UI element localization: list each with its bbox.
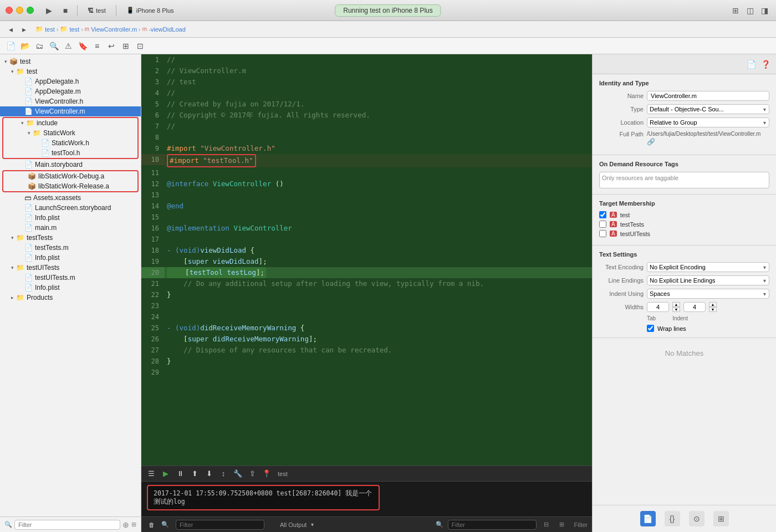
console-step-btn[interactable]: ⬆: [189, 468, 200, 479]
sidebar-item-viewcontroller-m[interactable]: 📄 ViewController.m: [0, 106, 141, 116]
tab-width-input[interactable]: [647, 302, 669, 312]
console-stepout-btn[interactable]: ⬇: [203, 468, 215, 479]
project-tab[interactable]: 🏗 test: [83, 6, 110, 16]
console-stepover-btn[interactable]: ↕: [218, 468, 229, 479]
sidebar-item-appdelegate-m[interactable]: 📄 AppDelegate.m: [0, 86, 141, 96]
maximize-button[interactable]: [27, 7, 34, 14]
sidebar-item-viewcontroller-h[interactable]: 📄 ViewController.h: [0, 96, 141, 106]
toolbar-stop-btn[interactable]: ■: [59, 4, 72, 17]
tab-down-btn[interactable]: ▼: [672, 307, 680, 312]
grid-btn[interactable]: ⊞: [120, 40, 132, 52]
line-endings-select[interactable]: No Explicit Line Endings: [647, 275, 769, 285]
sidebar-item-librelease[interactable]: 📦 libStaticWork-Release.a: [3, 181, 137, 191]
list-btn[interactable]: ≡: [91, 40, 103, 52]
sidebar-item-include[interactable]: 📁 include: [3, 118, 137, 128]
bookmark-btn[interactable]: 🔖: [76, 40, 89, 52]
indent-stepper[interactable]: ▲ ▼: [709, 302, 717, 312]
sidebar-item-staticwork[interactable]: 📁 StaticWork: [3, 128, 137, 138]
main-layout: 📦 test 📁 test 📄 AppDelegate.h 📄 AppDeleg…: [0, 54, 776, 532]
indent-width-input[interactable]: [683, 302, 706, 312]
sidebar-item-info-plist3[interactable]: 📄 Info.plist: [0, 283, 141, 293]
code-line-21: 21 // Do any additional setup after load…: [141, 278, 592, 289]
console-filter-right-input[interactable]: [448, 520, 537, 530]
split-btn[interactable]: ⊡: [134, 40, 146, 52]
target-checkbox-testuitests[interactable]: [599, 230, 606, 237]
sidebar-item-test-root[interactable]: 📦 test: [0, 57, 141, 66]
type-select[interactable]: Default - Objective-C Sou...: [647, 104, 769, 114]
minimize-button[interactable]: [16, 7, 23, 14]
tab-stepper[interactable]: ▲ ▼: [672, 302, 680, 312]
arrow-btn[interactable]: ↩: [105, 40, 118, 52]
sidebar-item-launchscreen[interactable]: 📄 LaunchScreen.storyboard: [0, 203, 141, 213]
device-tab[interactable]: 📱 iPhone 8 Plus: [122, 5, 178, 16]
right-file-icon[interactable]: 📄: [745, 58, 757, 70]
filter-icon2[interactable]: ⊞: [557, 519, 568, 530]
widths-row: Widths ▲ ▼ ▲ ▼: [599, 302, 769, 312]
filter-more-icon[interactable]: ⊞: [131, 521, 136, 528]
nav-forward[interactable]: ▸: [18, 23, 30, 35]
sidebar-item-testuitests[interactable]: 📁 testUITests: [0, 263, 141, 273]
tab-up-btn[interactable]: ▲: [672, 302, 680, 307]
warning-btn[interactable]: ⚠: [62, 40, 74, 52]
breadcrumb-test2[interactable]: test: [69, 26, 79, 33]
location-select[interactable]: Relative to Group: [647, 117, 769, 127]
toolbar-build-btn[interactable]: ▶: [43, 4, 55, 17]
console-pause-btn[interactable]: ⏸: [175, 468, 186, 479]
console-play-btn[interactable]: ▶: [160, 468, 171, 479]
code-line-6: 6 // Copyright © 2017年 fujia. All rights…: [141, 110, 592, 121]
sidebar-item-appdelegate-h[interactable]: 📄 AppDelegate.h: [0, 76, 141, 86]
rb-braces-icon[interactable]: {}: [665, 511, 680, 526]
search-btn[interactable]: 🔍: [48, 40, 60, 52]
console-filter-input[interactable]: [176, 520, 264, 530]
sidebar-item-staticwork-h[interactable]: 📄 StaticWork.h: [3, 138, 137, 148]
file-new-btn[interactable]: 📄: [4, 40, 17, 52]
indent-using-select[interactable]: Spaces: [647, 289, 769, 299]
sidebar-filter-input[interactable]: [14, 520, 120, 530]
sidebar-item-main-m[interactable]: 📄 main.m: [0, 223, 141, 233]
sidebar-item-test-folder[interactable]: 📁 test: [0, 66, 141, 76]
sidebar-item-testtests-m[interactable]: 📄 testTests.m: [0, 243, 141, 253]
layout-btn2[interactable]: ◫: [744, 4, 756, 17]
sidebar-item-testtool-h[interactable]: 📄 testTool.h: [3, 148, 137, 158]
sidebar-item-libdebug[interactable]: 📦 libStaticWork-Debug.a: [3, 171, 137, 181]
wrap-lines-checkbox[interactable]: [647, 325, 654, 332]
breadcrumb-test[interactable]: test: [45, 26, 55, 33]
filter-icon1[interactable]: ⊟: [541, 519, 552, 530]
breadcrumb-viewcontroller[interactable]: ViewController.m: [91, 26, 137, 33]
sidebar-item-info-plist[interactable]: 📄 Info.plist: [0, 213, 141, 223]
sidebar-item-products[interactable]: 📁 Products: [0, 293, 141, 303]
console-loc-btn[interactable]: 📍: [261, 468, 272, 479]
tags-area[interactable]: Only resources are taggable: [599, 172, 769, 188]
editor[interactable]: 1 // 2 // ViewController.m 3 // test 4 /…: [141, 54, 592, 466]
layout-btn3[interactable]: ◨: [758, 4, 770, 17]
code-line-3: 3 // test: [141, 76, 592, 88]
folder-btn[interactable]: 📂: [19, 40, 31, 52]
target-checkbox-testtests[interactable]: [599, 221, 606, 228]
console-debug-btn[interactable]: 🔧: [232, 468, 243, 479]
console-clear-btn[interactable]: ☰: [146, 468, 157, 479]
sidebar-item-info-plist2[interactable]: 📄 Info.plist: [0, 253, 141, 263]
indent-up-btn[interactable]: ▲: [709, 302, 717, 307]
right-help-icon[interactable]: ❓: [759, 58, 772, 70]
encoding-select[interactable]: No Explicit Encoding: [647, 262, 769, 272]
sidebar-item-main-storyboard[interactable]: 📄 Main.storyboard: [0, 160, 141, 170]
rb-grid-icon[interactable]: ⊞: [713, 511, 729, 526]
sidebar-item-testtests[interactable]: 📁 testTests: [0, 233, 141, 243]
layout-btn1[interactable]: ⊞: [729, 4, 742, 17]
name-input[interactable]: [647, 91, 769, 101]
target-checkbox-test[interactable]: [599, 211, 606, 218]
fullpath-icon[interactable]: 🔗: [647, 138, 769, 146]
filter-add-icon[interactable]: ⊕: [122, 520, 129, 529]
sidebar-item-testuitests-m[interactable]: 📄 testUITests.m: [0, 273, 141, 283]
filter-trash-btn[interactable]: 🗑: [146, 519, 157, 530]
breadcrumb-method[interactable]: -viewDidLoad: [149, 26, 186, 33]
rb-circle-icon[interactable]: ⊙: [689, 511, 704, 526]
code-line-20: 20 [testTool testLog];: [141, 267, 592, 278]
close-button[interactable]: [6, 7, 13, 14]
indent-down-btn[interactable]: ▼: [709, 307, 717, 312]
nav-back[interactable]: ◂: [4, 23, 17, 35]
console-share-btn[interactable]: ⇧: [247, 468, 258, 479]
sidebar-item-assets[interactable]: 🗃 Assets.xcassets: [0, 193, 141, 203]
add-group-btn[interactable]: 🗂: [33, 40, 45, 52]
rb-doc-icon[interactable]: 📄: [640, 511, 656, 526]
